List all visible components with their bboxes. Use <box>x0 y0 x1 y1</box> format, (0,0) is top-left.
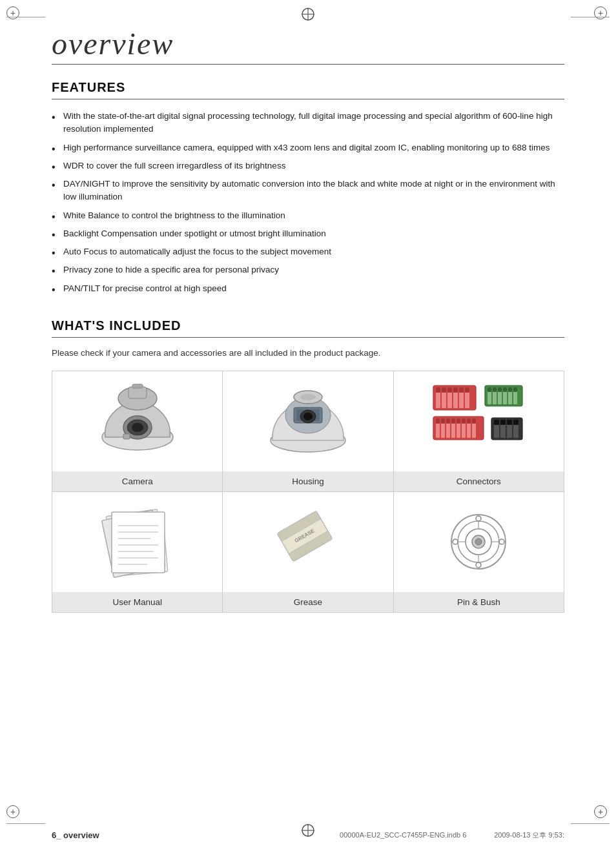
features-underline <box>52 99 564 99</box>
connectors-image-area <box>394 371 564 471</box>
svg-rect-59 <box>462 418 466 424</box>
svg-rect-44 <box>513 387 517 392</box>
connectors-icon <box>427 379 530 463</box>
svg-rect-56 <box>446 418 450 424</box>
svg-rect-74 <box>112 512 165 573</box>
reg-mark-bottom-right <box>594 805 610 821</box>
product-cell-connectors: Connectors <box>394 371 564 491</box>
svg-point-94 <box>499 539 504 544</box>
feature-item: White Balance to control the brightness … <box>52 209 564 222</box>
svg-rect-41 <box>498 387 502 392</box>
grease-image-area: GREASE <box>223 492 393 592</box>
svg-rect-68 <box>500 420 506 425</box>
housing-label: Housing <box>223 471 393 491</box>
bottom-crosshair <box>300 823 316 840</box>
top-border-left <box>6 17 45 17</box>
svg-rect-67 <box>494 420 499 425</box>
housing-icon <box>263 379 353 463</box>
svg-rect-60 <box>467 418 471 424</box>
feature-item: Auto Focus to automatically adjust the f… <box>52 245 564 258</box>
grease-label: Grease <box>223 592 393 612</box>
product-cell-camera: Camera <box>52 371 223 491</box>
manual-label: User Manual <box>52 592 222 612</box>
reg-mark-top-left <box>6 6 22 22</box>
pinbush-image-area <box>394 492 564 592</box>
title-underline <box>52 64 564 65</box>
feature-item: Privacy zone to hide a specific area for… <box>52 263 564 276</box>
bottom-border-left <box>6 823 45 824</box>
reg-mark-bottom-left <box>6 805 22 821</box>
svg-rect-31 <box>465 387 469 393</box>
product-cell-grease: GREASE Grease <box>223 492 393 612</box>
svg-point-92 <box>476 562 481 568</box>
grease-icon: GREASE <box>266 503 350 581</box>
svg-point-91 <box>476 516 481 521</box>
product-row-1: Camera <box>52 371 564 492</box>
feature-item: DAY/NIGHT to improve the sensitivity by … <box>52 178 564 204</box>
camera-image-area <box>52 371 222 471</box>
svg-rect-55 <box>441 418 445 424</box>
svg-rect-54 <box>436 418 440 424</box>
features-list: With the state-of-the-art digital signal… <box>52 110 564 295</box>
feature-item: Backlight Compensation under spotlight o… <box>52 227 564 240</box>
camera-icon <box>92 379 183 463</box>
svg-point-90 <box>475 539 482 545</box>
svg-point-16 <box>303 413 313 420</box>
svg-rect-26 <box>436 387 440 393</box>
svg-point-18 <box>300 394 316 400</box>
included-underline <box>52 337 564 338</box>
svg-rect-30 <box>459 387 464 393</box>
svg-rect-28 <box>447 387 452 393</box>
svg-rect-27 <box>442 387 446 393</box>
svg-rect-42 <box>503 387 507 392</box>
product-row-2: User Manual GREASE <box>52 492 564 612</box>
feature-item: High performance surveillance camera, eq… <box>52 141 564 154</box>
feature-item: WDR to cover the full screen irregardles… <box>52 159 564 172</box>
reg-mark-top-right <box>594 6 610 22</box>
svg-rect-43 <box>508 387 512 392</box>
feature-item: With the state-of-the-art digital signal… <box>52 110 564 136</box>
features-heading: FEATURES <box>52 80 564 95</box>
manual-image-area <box>52 492 222 592</box>
svg-rect-70 <box>513 420 518 425</box>
svg-rect-9 <box>132 384 143 388</box>
product-grid: Camera <box>52 371 564 613</box>
top-border-right <box>571 17 610 17</box>
svg-rect-61 <box>472 418 476 424</box>
feature-item: PAN/TILT for precise control at high spe… <box>52 282 564 295</box>
svg-rect-8 <box>128 387 147 398</box>
svg-rect-69 <box>507 420 512 425</box>
svg-rect-39 <box>488 387 491 392</box>
included-description: Please check if your camera and accessor… <box>52 348 564 358</box>
svg-rect-57 <box>451 418 455 424</box>
bottom-border-right <box>571 823 610 824</box>
manual-icon <box>96 503 180 581</box>
top-crosshair <box>300 6 316 24</box>
connectors-label: Connectors <box>394 471 564 491</box>
svg-rect-10 <box>123 434 130 439</box>
footer-file: 00000A-EU2_SCC-C7455P-ENG.indb 6 2009-08… <box>340 830 564 840</box>
housing-image-area <box>223 371 393 471</box>
product-cell-pinbush: Pin & Bush <box>394 492 564 612</box>
footer-page-label: 6_ overview <box>52 830 99 840</box>
product-cell-housing: Housing <box>223 371 393 491</box>
svg-point-93 <box>453 539 458 544</box>
svg-point-7 <box>132 423 143 432</box>
svg-rect-40 <box>493 387 497 392</box>
svg-rect-29 <box>453 387 458 393</box>
camera-label: Camera <box>52 471 222 491</box>
pinbush-icon <box>436 503 520 581</box>
pinbush-label: Pin & Bush <box>394 592 564 612</box>
svg-rect-58 <box>457 418 460 424</box>
product-cell-manual: User Manual <box>52 492 223 612</box>
included-heading: WHAT'S INCLUDED <box>52 318 564 333</box>
page-title: overview <box>52 26 564 61</box>
page-container: overview FEATURES With the state-of-the-… <box>0 0 616 853</box>
